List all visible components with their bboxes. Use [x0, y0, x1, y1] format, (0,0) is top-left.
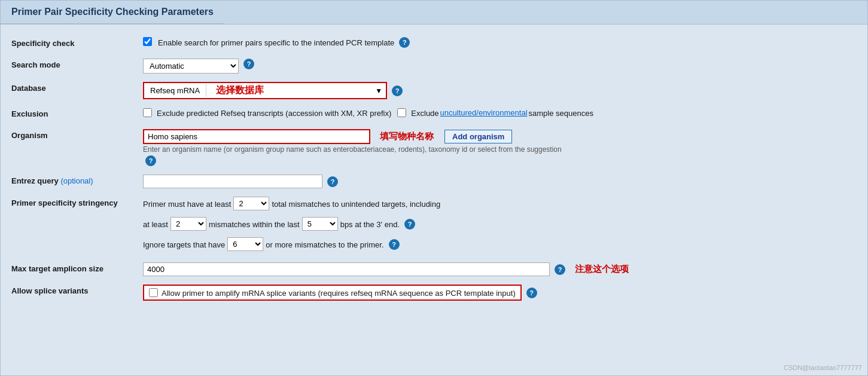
entrez-query-label: Entrez query (optional) [11, 175, 143, 185]
database-select-wrapper: Refseq mRNA 选择数据库 ▼ [143, 82, 387, 99]
search-mode-help-icon[interactable]: ? [243, 59, 254, 69]
splice-variants-label: Allow splice variants [11, 285, 143, 295]
stringency-label: Primer specificity stringency [11, 197, 143, 207]
stringency-line1: Primer must have at least 1 2 3 4 5 tota… [143, 197, 440, 210]
stringency-line1-suffix: total mismatches to unintended targets, … [272, 198, 440, 209]
specificity-check-help-icon[interactable]: ? [399, 37, 410, 48]
entrez-query-control: ? [143, 175, 857, 188]
specificity-check-control: Enable search for primer pairs specific … [143, 37, 857, 48]
search-mode-control: Automatic Word size 7 Word size 11 ? [143, 59, 857, 74]
search-mode-select[interactable]: Automatic Word size 7 Word size 11 [143, 59, 239, 74]
organism-label: Organism [11, 129, 143, 140]
stringency-ignore-select[interactable]: 3 4 5 6 7 8 9 10 [227, 237, 263, 251]
exclusion-row: Exclusion Exclude predicted Refseq trans… [1, 103, 867, 125]
splice-variants-wrapper: Allow primer to amplify mRNA splice vari… [143, 285, 522, 301]
exclusion-refseq-checkbox[interactable] [143, 108, 152, 117]
splice-variants-row: Allow splice variants Allow primer to am… [1, 280, 867, 305]
exclusion-control: Exclude predicted Refseq transcripts (ac… [143, 108, 857, 118]
splice-variants-checkbox[interactable] [149, 288, 158, 297]
entrez-query-input[interactable] [143, 175, 322, 188]
max-amplicon-control: ? 注意这个选项 [143, 262, 857, 276]
stringency-line2-help-icon[interactable]: ? [404, 219, 415, 230]
database-dropdown[interactable]: 选择数据库 ▼ [206, 83, 386, 98]
exclusion-text3: sample sequences [529, 108, 593, 118]
database-name: Refseq mRNA [144, 84, 206, 97]
database-arrow-icon: ▼ [375, 87, 382, 95]
stringency-line3-help-icon[interactable]: ? [389, 239, 400, 250]
exclusion-env-checkbox[interactable] [397, 108, 406, 117]
max-amplicon-input[interactable] [143, 262, 550, 276]
stringency-line2-suffix: bps at the 3' end. [340, 219, 400, 229]
stringency-line3: Ignore targets that have 3 4 5 6 7 8 9 1… [143, 237, 400, 251]
specificity-check-checkbox[interactable] [143, 37, 152, 46]
stringency-line2-mid: mismatches within the last [209, 219, 300, 229]
entrez-query-label-text: Entrez query [11, 176, 59, 185]
panel-title: Primer Pair Specificity Checking Paramet… [1, 1, 224, 24]
stringency-line2: at least 1 2 3 4 5 mismatches within the… [143, 217, 415, 231]
exclusion-link[interactable]: uncultured/environmental [440, 108, 528, 117]
specificity-check-text: Enable search for primer pairs specific … [158, 37, 394, 47]
database-control: Refseq mRNA 选择数据库 ▼ ? [143, 82, 857, 99]
organism-row: Organism 填写物种名称 Add organism Enter an or… [1, 125, 867, 170]
max-amplicon-help-icon[interactable]: ? [555, 264, 565, 275]
stringency-line1-prefix: Primer must have at least [143, 198, 231, 209]
organism-control: 填写物种名称 Add organism [143, 129, 857, 144]
database-label: Database [11, 82, 143, 93]
stringency-mismatch2-select[interactable]: 1 2 3 4 5 [170, 217, 206, 231]
exclusion-text1: Exclude predicted Refseq transcripts (ac… [157, 108, 391, 118]
entrez-query-help-icon[interactable]: ? [327, 176, 338, 187]
stringency-line3-suffix: or more mismatches to the primer. [266, 239, 383, 249]
database-help-icon[interactable]: ? [392, 85, 403, 96]
splice-variants-control: Allow primer to amplify mRNA splice vari… [143, 285, 857, 301]
stringency-row: Primer specificity stringency Primer mus… [1, 192, 867, 258]
watermark: CSDN@taotaotao7777777 [784, 364, 862, 371]
database-annotation: 选择数据库 [216, 84, 264, 97]
search-mode-row: Search mode Automatic Word size 7 Word s… [1, 54, 867, 78]
splice-variants-help-icon[interactable]: ? [526, 288, 537, 298]
database-row: Database Refseq mRNA 选择数据库 ▼ ? [1, 78, 867, 103]
stringency-control: Primer must have at least 1 2 3 4 5 tota… [143, 197, 857, 254]
exclusion-text2: Exclude [411, 108, 438, 118]
stringency-line3-prefix: Ignore targets that have [143, 239, 225, 249]
organism-desc: Enter an organism name (or organism grou… [143, 145, 562, 154]
exclusion-label: Exclusion [11, 108, 143, 118]
splice-variants-text: Allow primer to amplify mRNA splice vari… [162, 288, 516, 298]
stringency-line2-prefix: at least [143, 219, 168, 229]
organism-input[interactable] [143, 129, 370, 144]
add-organism-button[interactable]: Add organism [444, 130, 512, 143]
max-amplicon-label: Max target amplicon size [11, 262, 143, 273]
max-amplicon-row: Max target amplicon size ? 注意这个选项 [1, 258, 867, 280]
organism-help-icon[interactable]: ? [145, 155, 156, 166]
specificity-check-label: Specificity check [11, 37, 143, 48]
organism-annotation: 填写物种名称 [380, 131, 434, 142]
entrez-query-optional: (optional) [60, 176, 93, 185]
search-mode-label: Search mode [11, 59, 143, 69]
stringency-mismatch1-select[interactable]: 1 2 3 4 5 [233, 197, 269, 210]
entrez-query-row: Entrez query (optional) ? [1, 170, 867, 192]
specificity-check-row: Specificity check Enable search for prim… [1, 33, 867, 54]
max-amplicon-annotation: 注意这个选项 [575, 264, 629, 275]
stringency-lastn-select[interactable]: 3 4 5 6 7 8 [302, 217, 338, 231]
